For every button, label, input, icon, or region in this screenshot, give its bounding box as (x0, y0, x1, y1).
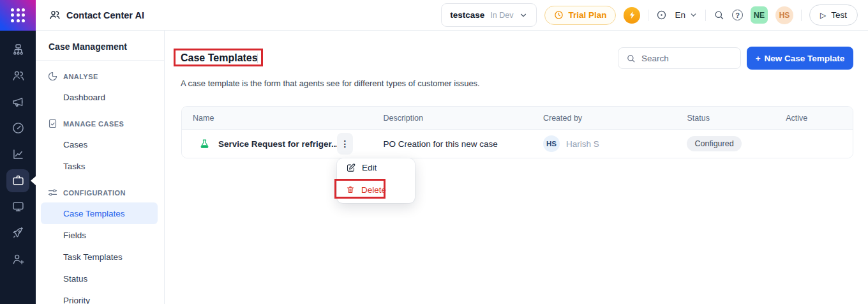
language-selector[interactable]: En (675, 10, 698, 20)
table-header: Name Description Created by Status Activ… (182, 107, 853, 130)
section-configuration: CONFIGURATION Case Templates Fields Task… (36, 182, 164, 304)
rocket-icon (11, 226, 25, 239)
rail-item-launch[interactable] (0, 220, 36, 246)
briefcase-icon (6, 169, 29, 192)
line-chart-icon (11, 148, 25, 161)
section-analyse: ANALYSE Dashboard (36, 66, 164, 108)
active-pointer (31, 176, 36, 185)
status-cell: Configured (687, 136, 786, 151)
workspace-name: testcase (450, 10, 484, 20)
rail-item-desktop[interactable] (0, 194, 36, 220)
page-title: Case Templates (181, 52, 258, 64)
boost-button[interactable] (624, 7, 640, 24)
name-cell: Service Request for refriger... ⋮ (182, 139, 383, 149)
edit-label: Edit (362, 163, 377, 172)
org-badge[interactable]: NE (751, 6, 768, 24)
search-box (618, 47, 741, 69)
people-icon (11, 69, 25, 82)
workflow-icon (47, 187, 58, 198)
context-menu-delete[interactable]: Delete (337, 181, 415, 199)
rail-item-contacts[interactable] (0, 63, 36, 89)
context-menu-edit[interactable]: Edit (337, 158, 415, 176)
trial-plan-label: Trial Plan (568, 10, 606, 20)
column-header-created-by: Created by (543, 114, 687, 123)
section-head-analyse: ANALYSE (36, 66, 164, 86)
divider (648, 10, 648, 21)
search-icon (714, 10, 724, 20)
row-context-menu: Edit Delete (337, 158, 415, 203)
trial-plan-button[interactable]: Trial Plan (544, 6, 616, 25)
rail-item-invite-user[interactable] (0, 246, 36, 272)
template-name: Service Request for refriger... (218, 139, 338, 149)
test-button[interactable]: ▷ Test (809, 4, 858, 26)
plus-icon: + (756, 54, 761, 63)
row-actions-kebab-button[interactable]: ⋮ (337, 133, 353, 155)
rail-item-analytics[interactable] (0, 141, 36, 167)
circle-dot-icon (656, 10, 667, 20)
module-rail (0, 31, 36, 304)
sidebar-item-tasks[interactable]: Tasks (41, 155, 158, 177)
title-separator (257, 54, 258, 63)
rail-item-dashboard[interactable] (0, 115, 36, 141)
avatar: HS (543, 135, 560, 152)
section-head-manage-cases: MANAGE CASES (36, 113, 164, 133)
top-bar: Contact Center AI testcase In Dev Trial … (0, 0, 868, 31)
search-icon (626, 54, 636, 63)
page-description: A case template is the form that agents … (181, 79, 480, 88)
section-head-configuration: CONFIGURATION (36, 182, 164, 202)
rail-item-campaigns[interactable] (0, 89, 36, 115)
top-bar-actions: testcase In Dev Trial Plan En (441, 3, 868, 27)
people-icon (49, 9, 61, 21)
user-avatar[interactable]: HS (775, 6, 793, 24)
created-by-cell: HS Harish S (543, 135, 687, 152)
trash-icon (346, 185, 355, 194)
column-header-active: Active (786, 114, 853, 123)
sidebar-item-fields[interactable]: Fields (41, 224, 158, 246)
help-icon[interactable]: ? (732, 10, 743, 20)
test-button-label: Test (831, 10, 847, 20)
chevron-down-icon (689, 11, 698, 19)
rail-item-case-management[interactable] (0, 167, 36, 194)
rail-item-flows[interactable] (0, 36, 36, 63)
delete-label: Delete (361, 185, 386, 195)
column-header-name: Name (182, 114, 383, 123)
pie-chart-icon (47, 71, 58, 82)
workspace-switcher[interactable]: testcase In Dev (441, 3, 537, 27)
app-title: Contact Center AI (66, 10, 144, 20)
divider (801, 10, 802, 21)
sidebar-item-task-templates[interactable]: Task Templates (41, 246, 158, 268)
play-icon: ▷ (820, 11, 826, 20)
search-input[interactable] (641, 54, 733, 63)
section-label: MANAGE CASES (63, 120, 124, 128)
table-row[interactable]: Service Request for refriger... ⋮ PO Cre… (182, 130, 853, 158)
monitor-icon (11, 200, 25, 213)
search-button[interactable] (714, 10, 724, 20)
flask-icon (199, 139, 210, 149)
divider (705, 10, 706, 21)
section-label: CONFIGURATION (63, 189, 126, 197)
column-header-description: Description (383, 114, 543, 123)
sidebar-item-cases[interactable]: Cases (41, 133, 158, 155)
sidebar-title: Case Management (36, 31, 164, 61)
new-case-template-button[interactable]: + New Case Template (747, 47, 853, 70)
workspace-stage: In Dev (490, 11, 513, 20)
app-launcher-logo[interactable] (0, 0, 36, 31)
sidebar-item-priority[interactable]: Priority (41, 289, 158, 304)
section-label: ANALYSE (63, 73, 98, 80)
document-check-icon (47, 118, 58, 129)
sidebar-item-case-templates[interactable]: Case Templates (41, 202, 158, 224)
record-button[interactable] (656, 10, 667, 20)
toggle-knob (784, 145, 795, 155)
lightning-icon (628, 11, 636, 19)
grid-dots-icon (11, 8, 25, 22)
edit-icon (346, 163, 355, 172)
sidebar-item-dashboard[interactable]: Dashboard (41, 86, 158, 108)
sidebar-item-status[interactable]: Status (41, 268, 158, 289)
secondary-sidebar: Case Management ANALYSE Dashboard MANAGE… (36, 31, 165, 304)
language-label: En (675, 10, 685, 20)
brand: Contact Center AI (49, 9, 144, 21)
speedometer-icon (11, 121, 25, 135)
person-add-icon (11, 252, 25, 266)
sitemap-icon (11, 43, 25, 56)
case-templates-table: Name Description Created by Status Activ… (181, 106, 853, 158)
